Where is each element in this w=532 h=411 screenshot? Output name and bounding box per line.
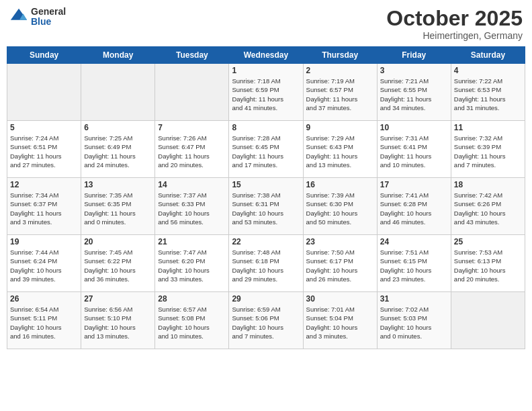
calendar-cell: 24Sunrise: 7:51 AM Sunset: 6:15 PM Dayli… (377, 235, 451, 292)
day-info: Sunrise: 7:21 AM Sunset: 6:55 PM Dayligh… (380, 77, 448, 112)
calendar-week-5: 26Sunrise: 6:54 AM Sunset: 5:11 PM Dayli… (7, 292, 525, 349)
day-info: Sunrise: 6:59 AM Sunset: 5:06 PM Dayligh… (232, 305, 300, 340)
day-number: 28 (158, 294, 226, 304)
day-header-sunday: Sunday (7, 47, 81, 64)
logo-general-text: General (31, 7, 66, 17)
day-number: 24 (380, 237, 448, 246)
day-number: 4 (454, 66, 522, 75)
calendar-cell: 25Sunrise: 7:53 AM Sunset: 6:13 PM Dayli… (451, 235, 525, 292)
day-number: 17 (380, 180, 448, 189)
day-info: Sunrise: 7:39 AM Sunset: 6:30 PM Dayligh… (306, 191, 374, 226)
calendar-cell: 17Sunrise: 7:41 AM Sunset: 6:28 PM Dayli… (377, 178, 451, 235)
calendar-cell: 18Sunrise: 7:42 AM Sunset: 6:26 PM Dayli… (451, 178, 525, 235)
calendar-cell: 22Sunrise: 7:48 AM Sunset: 6:18 PM Dayli… (229, 235, 303, 292)
calendar-cell: 30Sunrise: 7:01 AM Sunset: 5:04 PM Dayli… (303, 292, 377, 349)
day-info: Sunrise: 7:48 AM Sunset: 6:18 PM Dayligh… (232, 248, 300, 283)
calendar-cell: 7Sunrise: 7:26 AM Sunset: 6:47 PM Daylig… (155, 121, 229, 178)
logo-blue-text: Blue (31, 17, 66, 27)
day-number: 27 (84, 294, 152, 304)
day-header-friday: Friday (377, 47, 451, 64)
calendar-cell: 26Sunrise: 6:54 AM Sunset: 5:11 PM Dayli… (7, 292, 81, 349)
day-info: Sunrise: 7:26 AM Sunset: 6:47 PM Dayligh… (158, 134, 226, 169)
day-number: 30 (306, 294, 374, 304)
calendar-cell: 21Sunrise: 7:47 AM Sunset: 6:20 PM Dayli… (155, 235, 229, 292)
calendar-cell: 14Sunrise: 7:37 AM Sunset: 6:33 PM Dayli… (155, 178, 229, 235)
day-number: 25 (454, 237, 522, 246)
day-number: 7 (158, 123, 226, 132)
day-number: 31 (380, 294, 448, 304)
calendar-cell: 4Sunrise: 7:22 AM Sunset: 6:53 PM Daylig… (451, 64, 525, 121)
month-title: October 2025 (386, 7, 523, 30)
calendar-cell: 10Sunrise: 7:31 AM Sunset: 6:41 PM Dayli… (377, 121, 451, 178)
calendar-cell: 13Sunrise: 7:35 AM Sunset: 6:35 PM Dayli… (81, 178, 155, 235)
calendar-header-row: SundayMondayTuesdayWednesdayThursdayFrid… (7, 47, 525, 64)
calendar-cell: 5Sunrise: 7:24 AM Sunset: 6:51 PM Daylig… (7, 121, 81, 178)
day-info: Sunrise: 7:24 AM Sunset: 6:51 PM Dayligh… (10, 134, 78, 169)
day-info: Sunrise: 7:19 AM Sunset: 6:57 PM Dayligh… (306, 77, 374, 112)
calendar-cell: 29Sunrise: 6:59 AM Sunset: 5:06 PM Dayli… (229, 292, 303, 349)
location: Heimertingen, Germany (386, 30, 523, 41)
day-info: Sunrise: 7:45 AM Sunset: 6:22 PM Dayligh… (84, 248, 152, 283)
calendar-week-2: 5Sunrise: 7:24 AM Sunset: 6:51 PM Daylig… (7, 121, 525, 178)
day-header-saturday: Saturday (451, 47, 525, 64)
page-header: General Blue October 2025 Heimertingen, … (7, 7, 525, 41)
calendar-cell: 27Sunrise: 6:56 AM Sunset: 5:10 PM Dayli… (81, 292, 155, 349)
day-number: 14 (158, 180, 226, 189)
calendar-week-4: 19Sunrise: 7:44 AM Sunset: 6:24 PM Dayli… (7, 235, 525, 292)
day-info: Sunrise: 7:31 AM Sunset: 6:41 PM Dayligh… (380, 134, 448, 169)
title-section: October 2025 Heimertingen, Germany (386, 7, 523, 41)
day-info: Sunrise: 7:35 AM Sunset: 6:35 PM Dayligh… (84, 191, 152, 226)
day-info: Sunrise: 7:22 AM Sunset: 6:53 PM Dayligh… (454, 77, 522, 112)
day-info: Sunrise: 7:34 AM Sunset: 6:37 PM Dayligh… (10, 191, 78, 226)
day-header-tuesday: Tuesday (155, 47, 229, 64)
day-number: 11 (454, 123, 522, 132)
day-info: Sunrise: 7:25 AM Sunset: 6:49 PM Dayligh… (84, 134, 152, 169)
calendar-cell: 23Sunrise: 7:50 AM Sunset: 6:17 PM Dayli… (303, 235, 377, 292)
calendar-cell: 28Sunrise: 6:57 AM Sunset: 5:08 PM Dayli… (155, 292, 229, 349)
day-info: Sunrise: 7:01 AM Sunset: 5:04 PM Dayligh… (306, 305, 374, 340)
day-info: Sunrise: 7:50 AM Sunset: 6:17 PM Dayligh… (306, 248, 374, 283)
calendar-cell (7, 64, 81, 121)
day-number: 29 (232, 294, 300, 304)
day-number: 12 (10, 180, 78, 189)
day-info: Sunrise: 6:57 AM Sunset: 5:08 PM Dayligh… (158, 305, 226, 340)
day-number: 21 (158, 237, 226, 246)
day-info: Sunrise: 6:56 AM Sunset: 5:10 PM Dayligh… (84, 305, 152, 340)
day-number: 2 (306, 66, 374, 75)
day-info: Sunrise: 7:41 AM Sunset: 6:28 PM Dayligh… (380, 191, 448, 226)
logo-icon (9, 7, 28, 26)
day-info: Sunrise: 7:02 AM Sunset: 5:03 PM Dayligh… (380, 305, 448, 340)
calendar-cell: 6Sunrise: 7:25 AM Sunset: 6:49 PM Daylig… (81, 121, 155, 178)
calendar-week-1: 1Sunrise: 7:18 AM Sunset: 6:59 PM Daylig… (7, 64, 525, 121)
day-number: 23 (306, 237, 374, 246)
calendar-cell: 8Sunrise: 7:28 AM Sunset: 6:45 PM Daylig… (229, 121, 303, 178)
day-info: Sunrise: 7:32 AM Sunset: 6:39 PM Dayligh… (454, 134, 522, 169)
day-number: 9 (306, 123, 374, 132)
calendar-cell (451, 292, 525, 349)
day-info: Sunrise: 6:54 AM Sunset: 5:11 PM Dayligh… (10, 305, 78, 340)
day-info: Sunrise: 7:18 AM Sunset: 6:59 PM Dayligh… (232, 77, 300, 112)
calendar-cell (81, 64, 155, 121)
day-number: 10 (380, 123, 448, 132)
day-info: Sunrise: 7:38 AM Sunset: 6:31 PM Dayligh… (232, 191, 300, 226)
calendar-cell: 3Sunrise: 7:21 AM Sunset: 6:55 PM Daylig… (377, 64, 451, 121)
logo: General Blue (9, 7, 66, 28)
calendar-cell: 31Sunrise: 7:02 AM Sunset: 5:03 PM Dayli… (377, 292, 451, 349)
day-info: Sunrise: 7:28 AM Sunset: 6:45 PM Dayligh… (232, 134, 300, 169)
day-header-wednesday: Wednesday (229, 47, 303, 64)
day-info: Sunrise: 7:29 AM Sunset: 6:43 PM Dayligh… (306, 134, 374, 169)
day-info: Sunrise: 7:37 AM Sunset: 6:33 PM Dayligh… (158, 191, 226, 226)
day-header-monday: Monday (81, 47, 155, 64)
day-number: 13 (84, 180, 152, 189)
day-number: 22 (232, 237, 300, 246)
calendar-cell: 9Sunrise: 7:29 AM Sunset: 6:43 PM Daylig… (303, 121, 377, 178)
day-info: Sunrise: 7:47 AM Sunset: 6:20 PM Dayligh… (158, 248, 226, 283)
day-number: 15 (232, 180, 300, 189)
day-info: Sunrise: 7:53 AM Sunset: 6:13 PM Dayligh… (454, 248, 522, 283)
calendar-cell: 16Sunrise: 7:39 AM Sunset: 6:30 PM Dayli… (303, 178, 377, 235)
day-info: Sunrise: 7:44 AM Sunset: 6:24 PM Dayligh… (10, 248, 78, 283)
calendar-cell: 15Sunrise: 7:38 AM Sunset: 6:31 PM Dayli… (229, 178, 303, 235)
day-number: 26 (10, 294, 78, 304)
logo-text: General Blue (31, 7, 66, 28)
calendar-cell: 1Sunrise: 7:18 AM Sunset: 6:59 PM Daylig… (229, 64, 303, 121)
